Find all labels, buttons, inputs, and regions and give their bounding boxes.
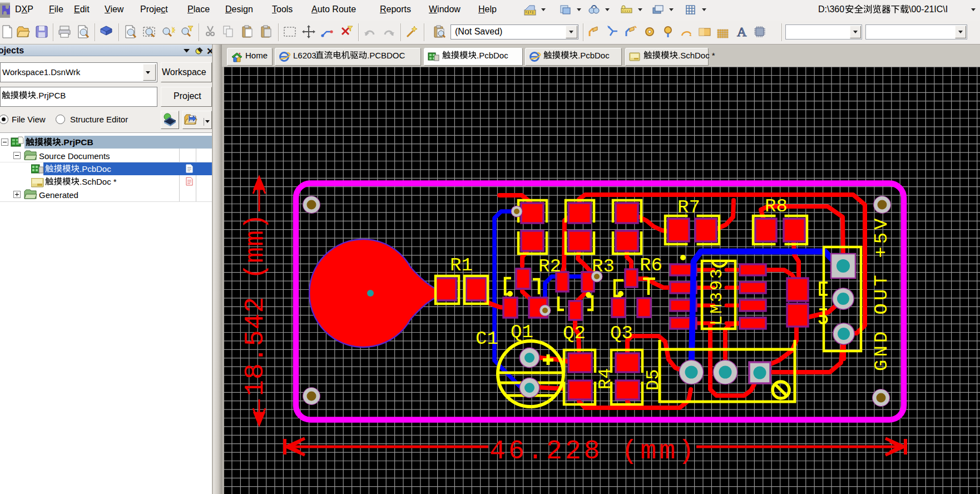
svg-text:Q2: Q2 bbox=[563, 323, 586, 344]
svg-text:R1: R1 bbox=[450, 255, 473, 276]
svg-text:R2: R2 bbox=[538, 256, 561, 277]
svg-text:R6: R6 bbox=[640, 255, 662, 276]
svg-text:Q3: Q3 bbox=[610, 323, 633, 344]
svg-text:R8: R8 bbox=[765, 196, 788, 217]
svg-text:46.228 (mm): 46.228 (mm) bbox=[489, 436, 695, 466]
svg-text:R4: R4 bbox=[595, 368, 616, 389]
svg-text:LM393: LM393 bbox=[707, 269, 726, 325]
svg-text:A: A bbox=[737, 24, 747, 39]
svg-text:R7: R7 bbox=[677, 197, 700, 218]
svg-text:GND OUT +5V: GND OUT +5V bbox=[871, 216, 892, 371]
svg-text:C1: C1 bbox=[476, 328, 498, 349]
svg-text:18.542 (mm): 18.542 (mm) bbox=[240, 213, 270, 396]
